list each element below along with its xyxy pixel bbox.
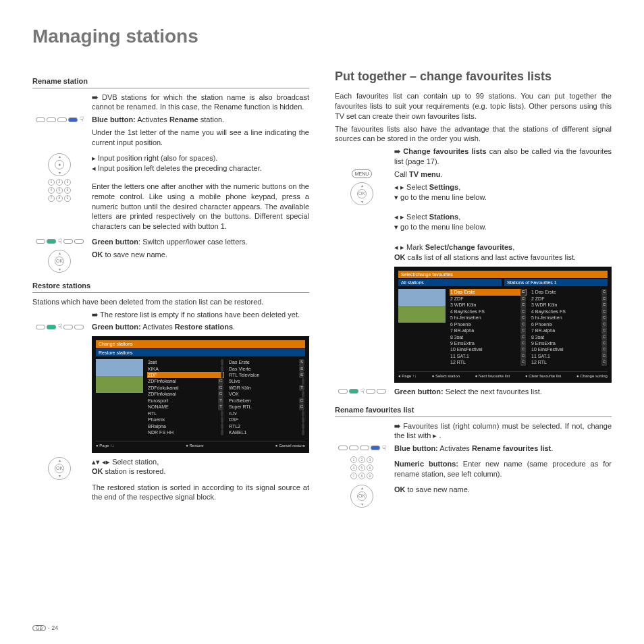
arrow-instructions: Input position right (also for spaces). … — [92, 153, 309, 173]
rename-station-heading: Rename station — [32, 76, 309, 88]
color-buttons-icon: ☟ — [335, 444, 389, 453]
green-restore-text: Green button: Activates Restore stations… — [92, 322, 309, 332]
numeric-fav-text: Numeric buttons: Enter new name (same pr… — [394, 459, 612, 479]
restore-intro: Stations which have been deleted from th… — [32, 297, 309, 307]
green-next-fav: Green button: Select the next favourites… — [394, 387, 612, 397]
rename-fav-heading: Rename favourites list — [335, 405, 612, 417]
restore-outro: The restored station is sorted in accord… — [92, 483, 309, 503]
rename-note: DVB stations for which the station name … — [92, 92, 309, 113]
right-column: Put together – change favourites lists E… — [335, 68, 612, 510]
color-buttons-icon: ☟ — [32, 115, 86, 124]
subheading: Put together – change favourites lists — [335, 68, 612, 84]
numpad-icon: 123456789 — [335, 456, 389, 479]
rename-fav-note: Favourites list (right column) must be s… — [394, 421, 612, 441]
color-buttons-icon: ☟ — [335, 387, 389, 396]
dpad-ok-icon: OK — [335, 182, 389, 205]
green-button-text: Green button: Switch upper/lower case le… — [92, 237, 309, 247]
blue-button-text: Blue button: Activates Rename station. U… — [92, 115, 309, 151]
dpad-ok-icon: OK — [32, 457, 86, 480]
numeric-entry-text: Enter the letters one after another with… — [92, 182, 309, 232]
tv-screenshot-restore: Change stations Restore stations 3satKIK… — [92, 336, 309, 452]
call-tv-menu: Call TV menu. — [394, 169, 612, 180]
fav-intro2: The favourites lists also have the advan… — [335, 124, 612, 144]
dpad-ok-icon: OK — [32, 250, 86, 273]
numpad-icon: 123456789 — [32, 179, 86, 202]
ok-save-text: OK to save new name. — [92, 250, 309, 260]
tv-thumbnail — [398, 289, 446, 323]
ok-save-fav: OK to save new name. — [394, 485, 612, 495]
tv-thumbnail — [96, 359, 143, 393]
restore-note: The restore list is empty if no stations… — [92, 310, 309, 320]
blue-rename-fav: Blue button: Activates Rename favourites… — [394, 444, 612, 454]
page-number: GB - 24 — [32, 624, 58, 632]
nav-steps: Select Settings, go to the menu line bel… — [394, 182, 612, 263]
menu-button-icon: MENU — [335, 169, 389, 178]
dpad-icon: ● — [32, 153, 86, 176]
dpad-ok-icon: OK — [335, 485, 389, 508]
restore-heading: Restore stations — [32, 281, 309, 293]
restore-select-text: Select station, OK station is restored. — [92, 457, 309, 477]
color-buttons-icon: ☟ — [32, 322, 86, 331]
tv-screenshot-favourites: Select/change favourites All stations St… — [394, 267, 612, 383]
fav-note: Change favourites lists can also be call… — [394, 146, 612, 167]
color-buttons-icon: ☟ — [32, 237, 86, 246]
left-column: Rename station DVB stations for which th… — [32, 68, 309, 510]
fav-intro1: Each favourites list can contain up to 9… — [335, 91, 612, 122]
page-title: Managing stations — [32, 24, 612, 49]
